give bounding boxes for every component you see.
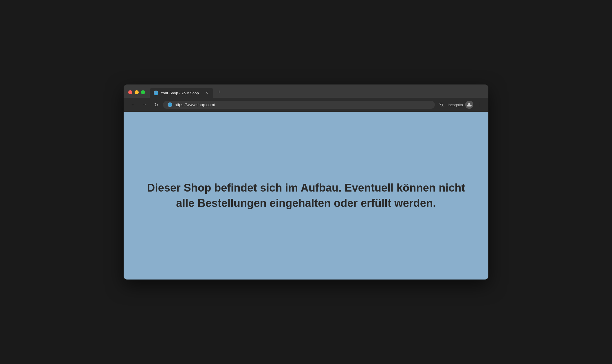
active-tab[interactable]: 🌐 Your Shop - Your Shop ✕ (150, 88, 213, 98)
translate-button[interactable] (437, 100, 446, 109)
tab-close-button[interactable]: ✕ (204, 90, 209, 95)
new-tab-button[interactable]: + (215, 87, 224, 97)
window-controls (128, 90, 145, 98)
reload-button[interactable]: ↻ (151, 100, 161, 109)
tab-favicon-icon: 🌐 (154, 91, 158, 95)
address-bar[interactable]: 🌐 https://www.shop.com/ (163, 101, 435, 109)
announcement-text: Dieser Shop befindet sich im Aufbau. Eve… (147, 180, 465, 211)
close-button[interactable] (128, 90, 132, 94)
incognito-icon (465, 101, 473, 109)
browser-window: 🌐 Your Shop - Your Shop ✕ + ← → ↻ 🌐 http… (124, 84, 488, 280)
title-bar: 🌐 Your Shop - Your Shop ✕ + (124, 84, 488, 98)
nav-extras: Incognito ⋮ (437, 100, 484, 109)
forward-button[interactable]: → (140, 100, 149, 109)
tab-bar: 🌐 Your Shop - Your Shop ✕ + (150, 87, 484, 98)
address-favicon-icon: 🌐 (168, 102, 172, 107)
page-content: Dieser Shop befindet sich im Aufbau. Eve… (124, 112, 488, 280)
maximize-button[interactable] (141, 90, 145, 94)
back-button[interactable]: ← (128, 100, 138, 109)
tab-title: Your Shop - Your Shop (161, 91, 202, 95)
minimize-button[interactable] (135, 90, 139, 94)
incognito-label: Incognito (448, 103, 463, 107)
svg-rect-4 (468, 105, 471, 107)
nav-bar: ← → ↻ 🌐 https://www.shop.com/ Incognito (124, 98, 488, 112)
url-display: https://www.shop.com/ (175, 102, 430, 107)
svg-line-0 (440, 103, 441, 105)
menu-button[interactable]: ⋮ (474, 100, 484, 109)
